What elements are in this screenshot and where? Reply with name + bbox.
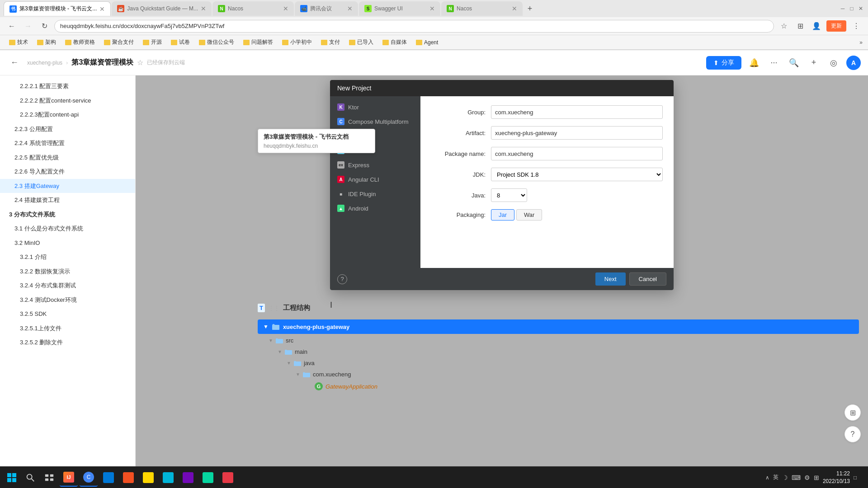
sidebar-item-2221[interactable]: 2.2.2.1 配置三要素	[0, 79, 135, 94]
share-button[interactable]: ⬆ 分享	[706, 56, 741, 70]
tray-show-hidden[interactable]: ∧	[765, 474, 769, 481]
side-action-grid[interactable]: ⊞	[844, 404, 861, 421]
update-button[interactable]: 更新	[826, 20, 846, 32]
tab-nacos2[interactable]: N Nacos ✕	[441, 1, 523, 16]
bookmark-exam[interactable]: 试卷	[167, 37, 193, 47]
sidebar-item-31[interactable]: 3.1 什么是分布式文件系统	[0, 221, 135, 236]
sidebar-item-3[interactable]: 3 分布式文件系统	[0, 207, 135, 222]
ide-sidebar-angular[interactable]: A Angular CLI	[330, 172, 420, 187]
add-btn[interactable]: +	[807, 56, 821, 70]
bookmark-media[interactable]: 自媒体	[379, 37, 410, 47]
sidebar-item-24[interactable]: 2.4 搭建媒资工程	[0, 193, 135, 207]
sidebar-item-322[interactable]: 3.2.2 数据恢复演示	[0, 264, 135, 279]
sidebar-item-3251[interactable]: 3.2.5.1上传文件	[0, 321, 135, 336]
tray-moon[interactable]: ☽	[782, 474, 788, 481]
taskbar-app8-btn[interactable]	[199, 469, 217, 487]
ide-sidebar-compose[interactable]: C Compose Multiplatform	[330, 114, 420, 129]
ide-sidebar-express[interactable]: ex Express	[330, 158, 420, 172]
tray-notification[interactable]: □	[854, 474, 861, 481]
bookmark-teacher[interactable]: 教师资格	[61, 37, 99, 47]
forward-nav-btn[interactable]: →	[22, 20, 34, 33]
sidebar-item-23[interactable]: 2.3 搭建Gateway	[0, 179, 135, 193]
tree-src-row[interactable]: ▼ src	[258, 335, 859, 346]
bookmark-payment[interactable]: 支付	[317, 37, 344, 47]
breadcrumb-parent[interactable]: xuecheng-plus	[27, 60, 62, 66]
profile-btn[interactable]: 👤	[810, 20, 823, 33]
user-avatar[interactable]: A	[846, 56, 861, 70]
maximize-btn[interactable]: □	[848, 5, 855, 12]
help-icon[interactable]: ?	[337, 274, 347, 284]
target-btn[interactable]: ◎	[826, 56, 841, 70]
taskbar-clock[interactable]: 11:22 2022/10/13	[823, 470, 850, 485]
taskbar-intellij-btn[interactable]: IJ	[60, 469, 78, 487]
new-tab-button[interactable]: +	[524, 2, 536, 15]
tab-close-tencent[interactable]: ✕	[347, 5, 353, 12]
tree-main-row[interactable]: ▼ main	[258, 346, 859, 357]
tab-close-swagger[interactable]: ✕	[429, 5, 435, 12]
sidebar-item-225[interactable]: 2.2.5 配置优先级	[0, 150, 135, 165]
refresh-btn[interactable]: ↻	[38, 20, 51, 33]
back-button[interactable]: ←	[7, 56, 22, 70]
bookmark-wechat[interactable]: 微信公众号	[195, 37, 238, 47]
sidebar-item-226[interactable]: 2.2.6 导入配置文件	[0, 164, 135, 179]
bookmark-agent[interactable]: Agent	[412, 38, 442, 47]
tab-close-nacos1[interactable]: ✕	[283, 5, 288, 12]
tree-toggle-java[interactable]: ▼	[287, 361, 291, 366]
taskbar-app4-btn[interactable]	[119, 469, 137, 487]
tree-toggle-root[interactable]: ▼	[263, 324, 269, 330]
tab-tencent[interactable]: 📹 腾讯会议 ✕	[295, 1, 358, 16]
sidebar-item-324b[interactable]: 3.2.4 测试Docker环境	[0, 293, 135, 307]
tab-swagger[interactable]: S Swagger UI ✕	[359, 1, 440, 16]
bookmark-tech[interactable]: 技术	[5, 37, 32, 47]
sidebar-item-325[interactable]: 3.2.5 SDK	[0, 307, 135, 321]
tray-keyboard[interactable]: ⌨	[792, 474, 801, 481]
packaging-jar-btn[interactable]: Jar	[491, 209, 514, 221]
ide-sidebar-ide-plugin[interactable]: ■ IDE Plugin	[330, 187, 420, 201]
bookmark-faq[interactable]: 问题解答	[240, 37, 277, 47]
bookmark-opensource[interactable]: 开源	[139, 37, 165, 47]
star-icon[interactable]: ☆	[137, 58, 143, 67]
sidebar-item-321[interactable]: 3.2.1 介绍	[0, 250, 135, 264]
jdk-select[interactable]: Project SDK 1.8	[491, 168, 663, 181]
drag-handle[interactable]: ⋮⋮	[269, 305, 279, 311]
bookmark-pay[interactable]: 聚合支付	[100, 37, 137, 47]
bookmarks-more[interactable]: »	[859, 39, 863, 46]
side-action-help[interactable]: ?	[844, 426, 861, 442]
tray-grid[interactable]: ⊞	[814, 474, 819, 481]
search-btn[interactable]: 🔍	[787, 56, 801, 70]
bookmark-btn[interactable]: ☆	[778, 20, 790, 33]
cancel-button[interactable]: Cancel	[629, 272, 666, 286]
bookmark-school[interactable]: 小学初中	[278, 37, 316, 47]
more-options-btn[interactable]: ···	[767, 56, 781, 70]
ide-sidebar-android[interactable]: ▲ Android	[330, 201, 420, 216]
tree-gateway-row[interactable]: G GatewayApplication	[258, 380, 859, 393]
java-select[interactable]: 8	[491, 188, 527, 202]
tab-close-java[interactable]: ✕	[201, 5, 206, 12]
ide-sidebar-ktor[interactable]: K Ktor	[330, 100, 420, 114]
sidebar-item-2222[interactable]: 2.2.2.2 配置content-service	[0, 94, 135, 108]
sidebar-item-223[interactable]: 2.2.3 公用配置	[0, 122, 135, 136]
next-button[interactable]: Next	[595, 272, 626, 286]
taskbar-start-btn[interactable]	[4, 469, 20, 487]
package-name-input[interactable]	[491, 147, 663, 160]
taskbar-app5-btn[interactable]	[139, 469, 157, 487]
tree-toggle-src[interactable]: ▼	[269, 338, 273, 343]
tab-java[interactable]: ☕ Java Quickstart Guide — M... ✕	[112, 1, 212, 16]
taskbar-search-btn[interactable]	[22, 469, 39, 487]
tab-close-feishu[interactable]: ✕	[99, 5, 105, 13]
tree-package-row[interactable]: ▼ com.xuecheng	[258, 369, 859, 380]
taskbar-task-view-btn[interactable]	[41, 469, 58, 487]
artifact-input[interactable]	[491, 126, 663, 140]
taskbar-app9-btn[interactable]	[219, 469, 237, 487]
taskbar-app6-btn[interactable]	[159, 469, 177, 487]
tree-java-row[interactable]: ▼ java	[258, 357, 859, 369]
sidebar-item-3252[interactable]: 3.2.5.2 删除文件	[0, 335, 135, 350]
taskbar-browser-btn[interactable]: C	[80, 469, 98, 487]
back-nav-btn[interactable]: ←	[5, 20, 18, 33]
notification-btn[interactable]: 🔔	[747, 56, 761, 70]
sidebar-item-2223[interactable]: 2.2.2.3配置content-api	[0, 108, 135, 122]
tray-settings[interactable]: ⚙	[804, 474, 810, 481]
tree-root-row[interactable]: ▼ xuecheng-plus-gateway	[258, 319, 859, 334]
tray-ime[interactable]: 英	[773, 474, 778, 481]
tab-feishu[interactable]: 书 第3章媒资管理模块 - 飞书云文... ✕	[4, 1, 111, 16]
